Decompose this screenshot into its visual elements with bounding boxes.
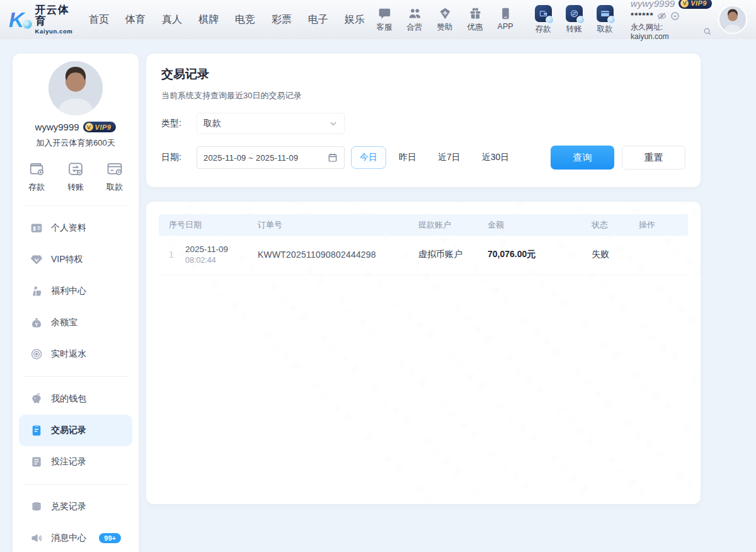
calendar-icon <box>328 152 338 163</box>
col-header-status: 状态 <box>592 219 639 231</box>
profile-username: wywy9999 <box>35 122 79 132</box>
quick-date-today[interactable]: 今日 <box>351 146 386 169</box>
sidebar-item-welfare[interactable]: 福利中心 <box>19 275 132 307</box>
sidebar-deposit[interactable]: 存款 <box>28 160 45 193</box>
cell-date-time: 08:02:44 <box>185 256 258 265</box>
sidebar-deposit-label: 存款 <box>28 181 45 193</box>
service-label: 客服 <box>377 22 392 33</box>
partners-link[interactable]: 合营 <box>401 7 428 33</box>
reset-button[interactable]: 重置 <box>622 146 685 170</box>
quick-links: 客服 合营 赞助 优惠 <box>371 7 518 33</box>
date-row: 日期: 2025-11-09 ~ 2025-11-09 今日 昨日 近7日 近3… <box>161 146 685 170</box>
card-outline-icon <box>106 160 123 178</box>
type-select[interactable]: 取款 <box>197 113 345 134</box>
promo-label: 优惠 <box>467 22 483 33</box>
quick-date-yesterday[interactable]: 昨日 <box>390 146 425 169</box>
deposit-link[interactable]: 存款 <box>530 5 556 35</box>
site-url: 永久网址: kaiyun.com <box>631 23 701 42</box>
date-range-value: 2025-11-09 ~ 2025-11-09 <box>203 153 298 163</box>
transfer-icon <box>566 5 583 22</box>
transfer-label: 转账 <box>566 24 582 35</box>
sidebar-item-wallet[interactable]: 我的钱包 <box>19 383 132 415</box>
unread-count-badge: 99+ <box>99 533 121 543</box>
search-icon[interactable] <box>703 27 712 37</box>
vip-level-label: VIP9 <box>690 0 707 8</box>
vip-badge[interactable]: V VIP9 <box>679 0 712 9</box>
sidebar-item-label: VIP特权 <box>51 254 83 265</box>
cell-amount: 70,076.00元 <box>488 249 592 260</box>
deposit-icon <box>535 5 552 22</box>
site-url-row: 永久网址: kaiyun.com <box>631 23 712 42</box>
search-button[interactable]: 查询 <box>551 146 614 170</box>
records-table: 序号 日期 订单号 提款账户 金额 状态 操作 1 2025-11-09 08:… <box>159 214 688 275</box>
cell-status: 失败 <box>592 249 639 260</box>
profile-vip-badge[interactable]: V VIP9 <box>83 122 117 132</box>
page-body: wywy9999 V VIP9 加入开云体育第600天 存款 转账 <box>0 39 756 552</box>
sidebar-item-label: 福利中心 <box>51 285 86 297</box>
nav-item-home[interactable]: 首页 <box>89 13 109 26</box>
piggy-bank-icon <box>30 393 43 405</box>
logo-text: 开云体育 Kaiyun.com <box>35 4 74 35</box>
sidebar-menu-group3: 兑奖记录 消息中心 99+ <box>13 487 139 552</box>
sidebar-item-label: 投注记录 <box>51 456 86 468</box>
masked-balance: ****** <box>631 11 653 21</box>
user-avatar[interactable] <box>718 5 747 34</box>
eye-off-icon[interactable] <box>657 11 667 21</box>
sidebar-item-messages[interactable]: 消息中心 99+ <box>19 522 132 552</box>
sidebar-item-redeem[interactable]: 兑奖记录 <box>19 491 132 522</box>
date-range-input[interactable]: 2025-11-09 ~ 2025-11-09 <box>197 146 345 169</box>
sidebar-withdraw-label: 取款 <box>106 181 123 193</box>
table-row: 1 2025-11-09 08:02:44 KWWT20251109080244… <box>159 236 688 275</box>
nav-item-lottery[interactable]: 彩票 <box>272 13 292 26</box>
cell-account: 虚拟币账户 <box>418 249 488 260</box>
topbar-right: 客服 合营 赞助 优惠 <box>371 0 747 42</box>
filter-actions: 查询 重置 <box>551 146 685 170</box>
redeem-coins-icon <box>30 500 43 513</box>
sidebar-withdraw[interactable]: 取款 <box>106 160 123 193</box>
withdraw-label: 取款 <box>597 24 613 35</box>
logo-subtitle: Kaiyun.com <box>35 28 74 35</box>
sidebar-menu-group1: 个人资料 VIP特权 福利中心 余额宝 <box>13 209 139 374</box>
nav-item-cards[interactable]: 棋牌 <box>198 13 219 26</box>
football-icon <box>23 20 32 29</box>
transactions-doc-icon <box>30 424 43 437</box>
logo-title: 开云体育 <box>35 4 74 27</box>
transfer-link[interactable]: 转账 <box>561 5 587 35</box>
app-link[interactable]: APP <box>492 7 518 33</box>
sidebar-menu-group2: 我的钱包 交易记录 投注记录 <box>13 379 139 481</box>
sidebar-item-profile[interactable]: 个人资料 <box>19 212 132 244</box>
sidebar-item-label: 消息中心 <box>51 532 86 544</box>
sidebar-item-vip[interactable]: VIP特权 <box>19 244 132 275</box>
filter-card: 交易记录 当前系统支持查询最近30日的交易记录 类型: 取款 日期: 2025-… <box>146 54 701 187</box>
nav-item-entertainment[interactable]: 娱乐 <box>345 13 365 26</box>
profile-section: wywy9999 V VIP9 加入开云体育第600天 <box>13 59 139 149</box>
sidebar-item-rebate[interactable]: 实时返水 <box>19 338 132 370</box>
profile-avatar[interactable] <box>49 61 103 115</box>
nav-item-live[interactable]: 真人 <box>162 13 182 26</box>
sponsor-link[interactable]: 赞助 <box>432 7 458 33</box>
sidebar-transfer[interactable]: 转账 <box>67 160 84 193</box>
sidebar-item-label: 余额宝 <box>51 317 77 328</box>
sidebar-item-transactions[interactable]: 交易记录 <box>19 415 132 446</box>
quick-date-30days[interactable]: 近30日 <box>473 146 518 169</box>
nav-item-esports[interactable]: 电竞 <box>235 13 255 26</box>
divider <box>23 205 129 206</box>
page-title: 交易记录 <box>161 66 685 83</box>
profile-name-row: wywy9999 V VIP9 <box>35 122 117 132</box>
table-header-row: 序号 日期 订单号 提款账户 金额 状态 操作 <box>159 214 688 236</box>
phone-icon <box>499 7 512 20</box>
sponsor-icon <box>438 7 452 20</box>
sidebar-item-bets[interactable]: 投注记录 <box>19 446 132 478</box>
gift-icon <box>469 7 482 20</box>
sidebar-item-yuebao[interactable]: 余额宝 <box>19 307 132 338</box>
type-label: 类型: <box>161 118 197 129</box>
withdraw-link[interactable]: 取款 <box>592 5 618 35</box>
nav-item-sports[interactable]: 体育 <box>125 13 146 26</box>
quick-date-7days[interactable]: 近7日 <box>429 146 469 169</box>
divider <box>23 376 129 377</box>
nav-item-slots[interactable]: 电子 <box>308 13 328 26</box>
service-link[interactable]: 客服 <box>371 7 398 33</box>
promo-link[interactable]: 优惠 <box>462 7 488 33</box>
site-logo[interactable]: K 开云体育 Kaiyun.com <box>9 4 74 35</box>
refresh-balance-icon[interactable] <box>670 11 680 21</box>
